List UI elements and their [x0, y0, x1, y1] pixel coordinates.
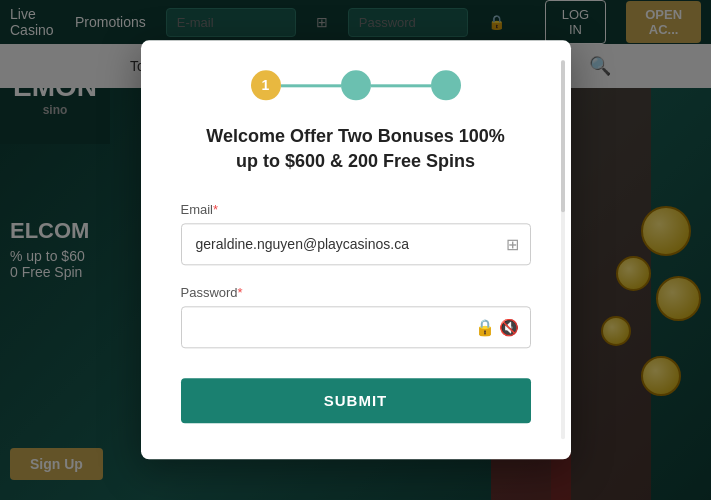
submit-button[interactable]: SUBMIT	[181, 379, 531, 424]
step-line-2	[371, 84, 431, 87]
step-2-circle	[341, 70, 371, 100]
email-field-icon: ⊞	[506, 235, 519, 254]
modal-title: Welcome Offer Two Bonuses 100% up to $60…	[181, 124, 531, 174]
password-field-group: Password* 🔒 🔇	[181, 286, 531, 349]
email-input[interactable]	[181, 224, 531, 266]
password-visibility-icon[interactable]: 🔇	[499, 318, 519, 337]
modal-scrollbar-thumb	[561, 60, 565, 212]
registration-modal: 1 Welcome Offer Two Bonuses 100% up to $…	[141, 40, 571, 459]
password-field-wrapper: 🔒 🔇	[181, 307, 531, 349]
step-1-circle: 1	[251, 70, 281, 100]
step-line-1	[281, 84, 341, 87]
password-lock-icon: 🔒	[475, 318, 495, 337]
password-label: Password*	[181, 286, 531, 301]
email-field-group: Email* ⊞	[181, 203, 531, 266]
step-3-circle	[431, 70, 461, 100]
email-field-wrapper: ⊞	[181, 224, 531, 266]
modal-scrollbar[interactable]	[561, 60, 565, 439]
email-label: Email*	[181, 203, 531, 218]
step-indicator: 1	[181, 70, 531, 100]
